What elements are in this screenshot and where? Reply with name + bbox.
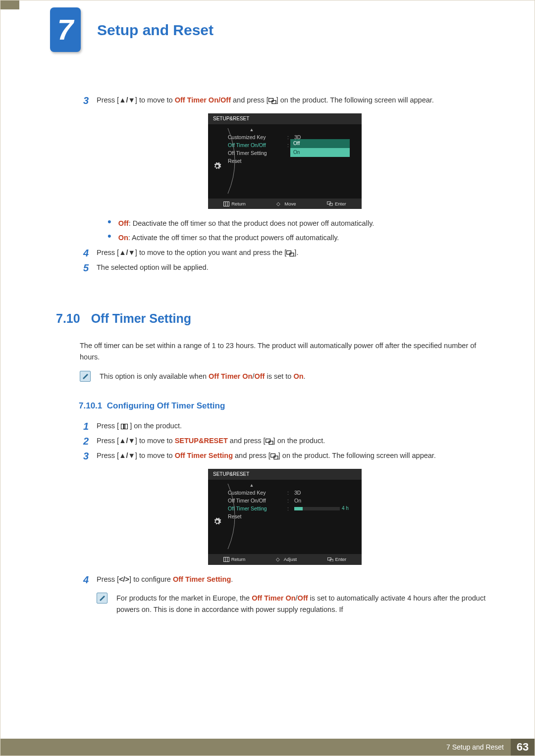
osd-enter-hint: Enter [327,200,346,207]
note-icon [97,593,107,604]
step-row: 4 Press [▲/▼] to move to the option you … [80,247,490,259]
decor-stripe [0,0,19,9]
step-row: 4 Press [</>] to configure Off Timer Set… [80,574,490,586]
svg-rect-10 [269,441,273,445]
page-footer: 7 Setup and Reset 63 [0,739,535,756]
bullet-icon: • [107,218,111,229]
gear-icon [213,517,221,526]
osd-arc-decor [223,484,253,549]
step-body: Press [▲/▼] to move to Off Timer Setting… [97,450,490,461]
chapter-number: 7 [57,7,73,53]
svg-rect-9 [266,439,270,443]
bullet-item: • Off: Deactivate the off timer so that … [107,218,490,229]
osd-option-off: Off [290,139,350,148]
osd-move-hint: ◇Move [276,200,296,207]
note-text: This option is only available when Off T… [100,371,490,382]
step-body: Press [▲/▼] to move to the option you wa… [97,247,490,258]
step-number: 4 [80,574,89,586]
osd-return-hint: Return [223,200,246,207]
step-number: 3 [80,450,89,462]
svg-rect-8 [290,253,294,256]
step-row: 3 Press [▲/▼] to move to Off Timer Setti… [80,450,490,462]
menu-icon [223,202,229,206]
up-down-icon: ▲/▼ [119,249,135,256]
enter-icon [327,202,333,206]
note-text: For products for the market in Europe, t… [116,593,490,615]
step-number: 2 [80,435,89,447]
step-row: 1 Press [ ] on the product. [80,420,490,432]
step-row: 2 Press [▲/▼] to move to SETUP&RESET and… [80,435,490,447]
diamond-icon: ◇ [276,557,282,562]
note-block: For products for the market in Europe, t… [97,593,490,615]
step-body: Press [▲/▼] to move to Off Timer On/Off … [97,95,490,106]
left-right-icon: </> [119,575,129,583]
document-page: 7 Setup and Reset 3 Press [▲/▼] to move … [0,0,535,756]
svg-rect-16 [327,557,331,560]
step-body: The selected option will be applied. [97,262,490,273]
osd-adjust-hint: ◇Adjust [276,555,297,563]
page-number: 63 [511,739,535,756]
up-down-icon: ▲/▼ [119,452,135,459]
bullet-list: • Off: Deactivate the off timer so that … [80,218,490,244]
osd-title: SETUP&RESET [208,469,362,480]
svg-rect-12 [274,456,278,459]
osd-title: SETUP&RESET [208,113,362,124]
step-number: 1 [80,420,89,432]
footer-text: 7 Setup and Reset [446,742,511,753]
up-down-icon: ▲/▼ [119,96,135,104]
enter-icon [266,437,273,445]
svg-rect-7 [287,251,291,254]
diamond-icon: ◇ [276,202,282,206]
step-body: Press [ ] on the product. [97,420,490,432]
bullet-icon: • [107,232,111,244]
step-body: Press [</>] to configure Off Timer Setti… [97,574,490,585]
osd-screenshot-1: SETUP&RESET ▲ Customized Key:3D Off Time… [208,113,362,209]
menu-icon [121,424,128,429]
enter-icon [286,249,294,256]
enter-icon [327,557,333,562]
step-body: Press [▲/▼] to move to SETUP&RESET and p… [97,435,490,447]
osd-arc-decor [223,128,253,194]
osd-dropdown: Off On [290,139,350,157]
step-row: 5 The selected option will be applied. [80,262,490,274]
osd-body: ▲ Customized Key:3D Off Timer On/Off: Of… [208,124,362,199]
note-icon [80,371,91,382]
enter-icon [268,96,276,104]
step-number: 3 [80,95,89,106]
svg-rect-13 [223,557,229,561]
step-number: 4 [80,247,89,259]
osd-screenshot-2: SETUP&RESET ▲ Customized Key:3D Off Time… [208,469,362,564]
subsection-heading: 7.10.1 Configuring Off Timer Setting [79,399,490,412]
svg-rect-11 [270,454,275,457]
chapter-number-tab: 7 [50,7,81,52]
section-title: Off Timer Setting [91,308,191,328]
osd-return-hint: Return [223,555,246,563]
bullet-item: • On: Activate the off timer so that the… [107,232,490,244]
svg-rect-2 [224,202,229,206]
section-heading: 7.10 Off Timer Setting [56,308,490,328]
up-down-icon: ▲/▼ [119,437,135,445]
step-number: 5 [80,262,89,274]
section-number: 7.10 [56,308,80,328]
step-row: 3 Press [▲/▼] to move to Off Timer On/Of… [80,95,490,106]
svg-rect-0 [268,99,273,102]
chapter-title: Setup and Reset [97,18,214,42]
section-intro: The off timer can be set within a range … [80,340,490,363]
osd-slider: 4 h [294,504,349,512]
gear-icon [213,162,221,170]
note-block: This option is only available when Off T… [80,371,490,382]
enter-icon [270,452,278,459]
osd-body: ▲ Customized Key:3D Off Timer On/Off:On … [208,480,362,554]
osd-option-on: On [290,148,350,157]
osd-footer: Return ◇Adjust Enter [208,554,362,564]
osd-enter-hint: Enter [327,555,347,563]
osd-footer: Return ◇Move Enter [208,199,362,209]
svg-rect-1 [272,101,276,104]
menu-icon [223,557,229,562]
content-area: 3 Press [▲/▼] to move to Off Timer On/Of… [80,95,490,622]
